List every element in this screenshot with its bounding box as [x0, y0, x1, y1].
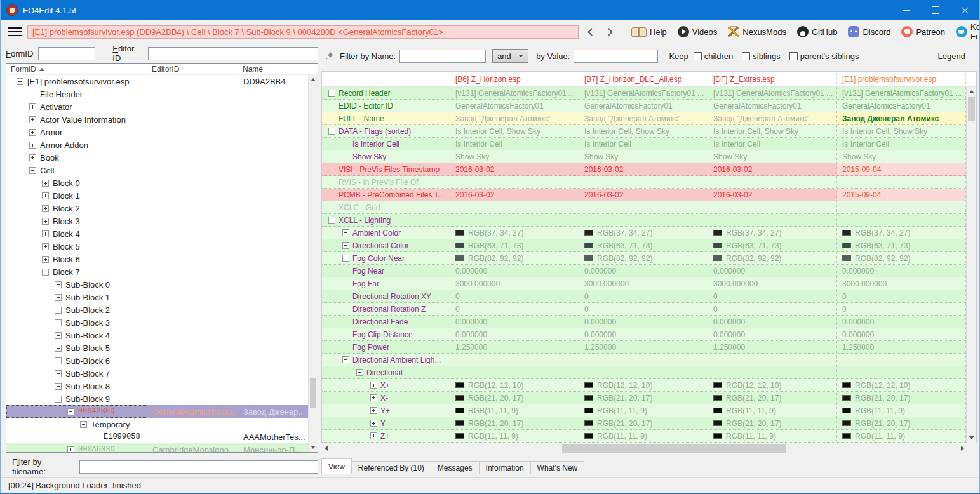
record-cell[interactable]: Завод "Дженерал Атомикс"	[708, 112, 837, 124]
expander-plus-icon[interactable]	[370, 420, 377, 427]
scroll-left-icon[interactable]	[325, 446, 328, 451]
record-cell[interactable]: 0.000000	[708, 265, 837, 277]
tree-row[interactable]: Temporary	[6, 418, 318, 431]
record-cell[interactable]: [v131] GeneralAtomicsFactory01 ...	[450, 87, 579, 99]
field-label-cell[interactable]: Y+	[322, 404, 450, 417]
record-cell[interactable]: RGB(11, 11, 9)	[450, 404, 579, 417]
record-cell[interactable]: 2016-03-02	[450, 163, 579, 175]
expander-plus-icon[interactable]	[42, 230, 49, 237]
forward-icon[interactable]	[605, 28, 613, 36]
scroll-thumb[interactable]	[968, 97, 975, 121]
field-label-cell[interactable]: Directional Fade	[322, 316, 450, 328]
editor-id-input[interactable]	[148, 47, 318, 60]
close-button[interactable]	[950, 0, 979, 20]
record-cell[interactable]: 0.000000	[450, 316, 579, 328]
expander-plus-icon[interactable]	[55, 357, 62, 364]
field-label-cell[interactable]: Is Interior Cell	[322, 138, 450, 150]
record-cell[interactable]: 2015-09-04	[837, 189, 966, 201]
record-row[interactable]: Is Interior CellIs Interior CellIs Inter…	[322, 138, 976, 150]
expander-plus-icon[interactable]	[29, 116, 36, 123]
name-filter-input[interactable]	[399, 50, 486, 63]
menu-icon[interactable]	[8, 27, 22, 36]
tree-row[interactable]: Sub-Block 0	[6, 278, 318, 291]
expander-minus-icon[interactable]	[67, 408, 74, 415]
tree-row[interactable]: Block 7	[6, 265, 318, 278]
record-row[interactable]: DATA - Flags (sorted)Is Interior Cell, S…	[322, 125, 976, 138]
record-row[interactable]: EDID - Editor IDGeneralAtomicsFactory01G…	[322, 100, 976, 112]
field-label-cell[interactable]: EDID - Editor ID	[322, 100, 450, 112]
keep-parent-s-siblings-checkbox[interactable]: parent's siblings	[789, 51, 859, 61]
tree-row[interactable]: Actor Value Information	[6, 113, 318, 126]
record-cell[interactable]: 3000.000000	[450, 277, 579, 290]
record-row[interactable]: Y-RGB(21, 20, 17)RGB(21, 20, 17)RGB(21, …	[322, 417, 976, 430]
record-cell[interactable]	[708, 354, 837, 366]
record-cell[interactable]: Show Sky	[708, 150, 837, 163]
record-cell[interactable]: RGB(63, 71, 73)	[579, 239, 708, 251]
expander-plus-icon[interactable]	[29, 154, 36, 161]
record-cell[interactable]: RGB(11, 11, 9)	[450, 430, 579, 442]
record-cell[interactable]: 0	[450, 290, 579, 302]
field-label-cell[interactable]: Directional Ambient Ligh...	[322, 354, 450, 366]
record-row[interactable]: Y+RGB(11, 11, 9)RGB(11, 11, 9)RGB(11, 11…	[322, 404, 976, 417]
record-cell[interactable]: Завод Дженерал Атомикс	[837, 112, 966, 124]
record-cell[interactable]: 0.000000	[450, 328, 579, 340]
record-cell[interactable]	[837, 214, 966, 226]
record-cell[interactable]	[450, 366, 579, 378]
field-label-cell[interactable]: Show Sky	[322, 150, 450, 163]
record-cell[interactable]: 3000.000000	[708, 277, 837, 290]
expander-plus-icon[interactable]	[55, 370, 62, 377]
record-row[interactable]: Record Header[v131] GeneralAtomicsFactor…	[322, 87, 976, 100]
tree-row[interactable]: Sub-Block 9	[6, 392, 318, 405]
grid-scrollbar[interactable]	[966, 87, 976, 443]
record-cell[interactable]: RGB(37, 34, 27)	[579, 227, 708, 239]
record-cell[interactable]: RGB(21, 20, 17)	[579, 417, 708, 429]
expander-plus-icon[interactable]	[42, 243, 49, 250]
expander-plus-icon[interactable]	[328, 90, 335, 97]
record-cell[interactable]: RGB(11, 11, 9)	[837, 404, 966, 417]
column-header-e1-problemsofsurvivor-esp[interactable]: [E1] problemsofsurvivor.esp	[837, 72, 966, 86]
record-cell[interactable]: 2016-03-02	[450, 189, 579, 201]
tree-row[interactable]: Block 2	[6, 202, 318, 215]
expander-plus-icon[interactable]	[55, 319, 62, 326]
record-row[interactable]: Directional Rotation Z0000	[322, 303, 976, 316]
formid-input[interactable]	[38, 47, 95, 60]
expander-plus-icon[interactable]	[42, 192, 49, 199]
expander-plus-icon[interactable]	[55, 281, 62, 288]
record-cell[interactable]: [v131] GeneralAtomicsFactory01 ...	[837, 87, 966, 99]
record-cell[interactable]: [v131] GeneralAtomicsFactory01 ...	[708, 87, 837, 99]
expander-minus-icon[interactable]	[42, 269, 49, 276]
record-cell[interactable]	[837, 366, 966, 378]
tree-row[interactable]: Activator	[6, 100, 318, 113]
tree-row[interactable]: Block 3	[6, 215, 318, 227]
record-cell[interactable]	[579, 354, 708, 366]
field-label-cell[interactable]: X+	[322, 379, 450, 391]
field-label-cell[interactable]: FULL - Name	[322, 112, 450, 124]
tab-referenced-by-10[interactable]: Referenced By (10)	[352, 461, 431, 474]
field-label-cell[interactable]: Fog Power	[322, 341, 450, 353]
record-row[interactable]: Directional ColorRGB(63, 71, 73)RGB(63, …	[322, 239, 976, 252]
record-cell[interactable]: RGB(11, 11, 9)	[708, 430, 837, 442]
tree-row[interactable]: Cell	[6, 164, 318, 177]
field-label-cell[interactable]: Directional Rotation XY	[322, 290, 450, 302]
record-cell[interactable]: RGB(11, 11, 9)	[579, 430, 708, 442]
tree-row[interactable]: File Header	[6, 88, 318, 100]
field-label-cell[interactable]: Record Header	[322, 87, 450, 99]
record-cell[interactable]: RGB(82, 92, 92)	[579, 252, 708, 264]
field-label-cell[interactable]: DATA - Flags (sorted)	[322, 125, 450, 137]
record-row[interactable]: Directional Rotation XY0000	[322, 290, 976, 303]
scroll-up-icon[interactable]	[969, 90, 974, 93]
record-row[interactable]: Directional Fade0.0000000.0000000.000000…	[322, 316, 976, 328]
expander-plus-icon[interactable]	[42, 205, 49, 212]
tree-row[interactable]: Sub-Block 2	[6, 304, 318, 316]
column-header-df-z-extras-esp[interactable]: [DF] Z_Extras.esp	[708, 72, 837, 86]
record-row[interactable]: Directional Ambient Ligh...	[322, 354, 976, 366]
record-cell[interactable]	[450, 214, 579, 226]
record-cell[interactable]: Is Interior Cell, Show Sky	[837, 125, 966, 137]
field-label-cell[interactable]: Fog Near	[322, 265, 450, 277]
maximize-button[interactable]	[921, 0, 950, 20]
field-label-cell[interactable]: RVIS - In PreVis File Of	[322, 176, 450, 188]
record-cell[interactable]: 0	[837, 303, 966, 315]
expander-plus-icon[interactable]	[29, 103, 36, 110]
expander-minus-icon[interactable]	[55, 396, 62, 403]
tree-row[interactable]: 000A603DCambridgeMonsigno...Монсиньор-П.…	[6, 443, 318, 453]
